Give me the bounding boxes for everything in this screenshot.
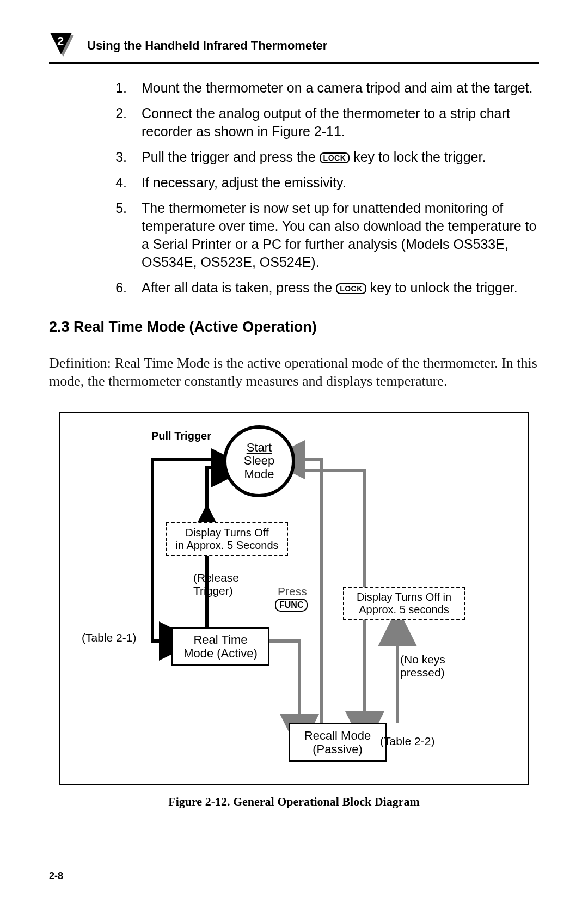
step-1: Mount the thermometer on a camera tripod… bbox=[131, 79, 539, 97]
node-recall-mode: Recall Mode (Passive) bbox=[289, 723, 387, 762]
step-2: Connect the analog output of the thermom… bbox=[131, 105, 539, 141]
func-key-icon: FUNC bbox=[275, 599, 308, 612]
label-pull-trigger: Pull Trigger bbox=[151, 430, 211, 442]
label-sleep-mode: Sleep Mode bbox=[244, 454, 274, 480]
label-table22: (Table 2-2) bbox=[380, 735, 434, 748]
step-4-text: If necessary, adjust the emissivity. bbox=[142, 175, 346, 190]
step-3-text-a: Pull the trigger and press the bbox=[142, 149, 320, 164]
step-3-text-b: key to lock the trigger. bbox=[350, 149, 486, 164]
label-table21: (Table 2-1) bbox=[82, 631, 136, 644]
lock-key-icon: LOCK bbox=[336, 283, 366, 294]
node-real-time: Real Time Mode (Active) bbox=[171, 627, 270, 667]
node-display-off-1: Display Turns Off in Approx. 5 Seconds bbox=[166, 522, 288, 556]
header-rule bbox=[49, 62, 539, 64]
node-display-off-2: Display Turns Off in Approx. 5 seconds bbox=[343, 587, 465, 620]
step-4: If necessary, adjust the emissivity. bbox=[131, 174, 539, 192]
label-no-keys: (No keys pressed) bbox=[400, 653, 445, 679]
step-2-text: Connect the analog output of the thermom… bbox=[142, 106, 510, 139]
step-5: The thermometer is now set up for unatte… bbox=[131, 199, 539, 271]
lock-key-icon: LOCK bbox=[320, 152, 350, 163]
step-1-text: Mount the thermometer on a camera tripod… bbox=[142, 80, 532, 95]
step-6-text-b: key to unlock the trigger. bbox=[366, 280, 518, 295]
step-6: After all data is taken, press the LOCK … bbox=[131, 279, 539, 297]
section-definition: Definition: Real Time Mode is the active… bbox=[49, 354, 539, 391]
label-press: Press bbox=[278, 585, 307, 598]
chapter-title: Using the Handheld Infrared Thermometer bbox=[87, 39, 327, 53]
step-6-text-a: After all data is taken, press the bbox=[142, 280, 336, 295]
page-number: 2-8 bbox=[49, 870, 63, 882]
chapter-badge: 2 bbox=[49, 33, 77, 59]
figure-caption: Figure 2-12. General Operational Block D… bbox=[49, 795, 539, 809]
step-3: Pull the trigger and press the LOCK key … bbox=[131, 148, 539, 166]
label-release-trigger: (Release Trigger) bbox=[193, 571, 239, 597]
section-heading: 2.3 Real Time Mode (Active Operation) bbox=[49, 319, 539, 335]
step-5-text: The thermometer is now set up for unatte… bbox=[142, 200, 536, 270]
page-header: 2 Using the Handheld Infrared Thermomete… bbox=[49, 33, 539, 59]
node-start-sleep: Start Sleep Mode bbox=[223, 425, 295, 497]
chapter-number: 2 bbox=[49, 34, 72, 48]
steps-list: Mount the thermometer on a camera tripod… bbox=[49, 79, 539, 297]
label-start: Start bbox=[247, 441, 272, 454]
block-diagram: Pull Trigger Start Sleep Mode Display Tu… bbox=[59, 412, 529, 785]
